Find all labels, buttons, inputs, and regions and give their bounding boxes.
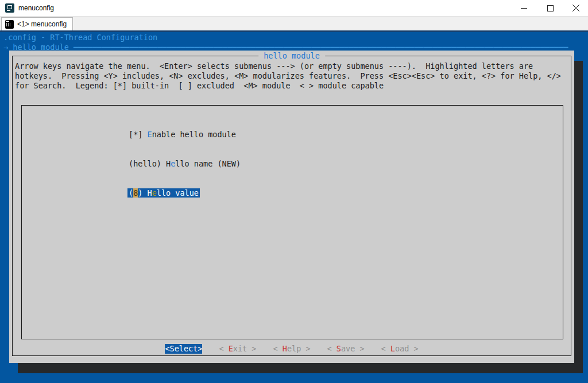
selected-item: (8) Hello value	[127, 188, 200, 198]
window-title: menuconfig	[18, 4, 54, 12]
dialog-button-row: <Select> < Exit > < Help > < Save > < Lo…	[9, 344, 574, 354]
instructions-line-2: hotkeys. Pressing <Y> includes, <N> excl…	[15, 71, 561, 81]
item-text: nable hello module	[152, 130, 236, 139]
instructions-line-3: for Search. Legend: [*] built-in [ ] exc…	[15, 81, 384, 91]
help-button[interactable]: < Help >	[273, 344, 310, 354]
item-hotkey: E	[148, 130, 152, 139]
minimize-button[interactable]	[510, 0, 537, 16]
button-text: oad >	[395, 344, 419, 353]
button-hotkey: L	[390, 344, 395, 353]
minimize-icon	[521, 5, 527, 11]
menu-item-hello-name[interactable]: (hello) Hello name (NEW)	[129, 159, 241, 169]
load-button[interactable]: < Load >	[381, 344, 419, 354]
close-icon	[572, 5, 579, 11]
tab-label: <1> menuconfig	[17, 20, 67, 28]
button-text: xit >	[233, 344, 257, 353]
kconfig-header: .config - RT-Thread Configuration	[3, 33, 157, 42]
button-text: elp >	[287, 344, 311, 353]
maximize-icon	[547, 5, 554, 11]
maximize-button[interactable]	[537, 0, 563, 16]
dialog-title: hello module	[258, 51, 325, 61]
item-hotkey: e	[152, 188, 157, 198]
dialog-shadow-bottom	[18, 363, 583, 373]
button-text: <	[273, 344, 282, 353]
tab-menuconfig[interactable]: <1> menuconfig	[1, 17, 73, 31]
tab-bar: <1> menuconfig + ▼ 1 ▼	[0, 16, 588, 30]
dialog-shadow-right	[574, 61, 583, 373]
button-hotkey: S	[336, 344, 341, 353]
button-text: ave >	[341, 344, 365, 353]
exit-button[interactable]: < Exit >	[219, 344, 256, 354]
menuconfig-dialog: hello module Arrow keys navigate the men…	[9, 51, 574, 363]
item-text: llo value	[157, 188, 199, 198]
item-text: (	[129, 188, 133, 198]
conemu-app-icon-inner	[7, 5, 12, 9]
item-value: (hello)	[129, 159, 166, 168]
button-hotkey: H	[283, 344, 287, 353]
button-hotkey: E	[229, 344, 233, 353]
button-text: <	[327, 344, 336, 353]
conemu-app-icon	[5, 3, 14, 13]
close-button[interactable]	[563, 0, 588, 16]
select-button[interactable]: <Select>	[165, 344, 202, 354]
button-text: <	[219, 344, 228, 353]
menu-item-hello-value[interactable]: (8) Hello value	[129, 188, 241, 198]
menu-item-enable-hello-module[interactable]: [*] Enable hello module	[129, 130, 241, 140]
menu-items: [*] Enable hello module (hello) Hello na…	[129, 110, 241, 218]
title-bar: menuconfig	[0, 0, 588, 16]
instructions-line-1: Arrow keys navigate the menu. <Enter> se…	[15, 61, 533, 71]
item-text: ) H	[138, 188, 152, 198]
cmd-console-icon	[5, 20, 14, 29]
menu-list-box: [*] Enable hello module (hello) Hello na…	[21, 105, 563, 339]
terminal-screen: .config - RT-Thread Configuration → hell…	[0, 32, 588, 383]
conemu-app-icon-dash	[7, 10, 10, 11]
item-text: llo name (NEW)	[175, 159, 241, 168]
conemu-window: menuconfig <1> menuconfig + ▼ 1	[0, 0, 588, 383]
button-text: <	[381, 344, 390, 353]
item-checkbox: [*]	[129, 130, 148, 139]
item-text: H	[166, 159, 171, 168]
button-text: <Select>	[165, 344, 202, 353]
save-button[interactable]: < Save >	[327, 344, 365, 354]
